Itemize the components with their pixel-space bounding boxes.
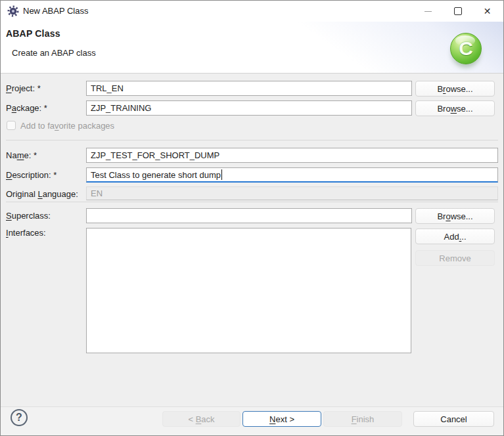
window-title: New ABAP Class [23,1,88,22]
description-input[interactable]: Test Class to generate short dump [86,167,498,183]
close-icon: ✕ [484,6,492,16]
original-language-input: EN [86,186,498,200]
interfaces-listbox[interactable] [86,228,411,353]
text-caret [221,169,222,180]
wizard-header: ABAP Class Create an ABAP class C [1,22,503,74]
minimize-button[interactable] [413,1,443,22]
back-button[interactable]: < Back [162,411,241,427]
next-button[interactable]: Next > [242,411,321,427]
help-button[interactable]: ? [11,409,28,426]
titlebar[interactable]: New ABAP Class ✕ [1,1,503,22]
new-abap-class-dialog: New ABAP Class ✕ ABAP Class Create an AB… [0,0,504,436]
project-browse-button[interactable]: Browse... [415,81,495,97]
description-label: Description: * [6,167,57,183]
original-language-label: Original Language: [6,186,78,202]
name-label: Name: * [6,148,37,163]
window-controls: ✕ [413,1,502,22]
favorite-packages-label: Add to favorite packages [6,118,114,133]
wizard-subtitle: Create an ABAP class [12,48,96,58]
abap-class-icon: C [450,33,482,64]
package-browse-button[interactable]: Browse... [415,100,495,116]
cancel-button[interactable]: Cancel [413,411,494,427]
interfaces-add-button[interactable]: Add... [415,229,495,244]
footer-bar: ? < Back Next > Finish Cancel [1,406,503,436]
separator [6,202,498,202]
help-icon: ? [16,412,22,423]
maximize-button[interactable] [443,1,472,22]
superclass-label: Superclass: [6,208,51,223]
finish-button[interactable]: Finish [323,411,402,427]
package-input[interactable] [86,100,412,116]
interfaces-remove-button[interactable]: Remove [415,250,495,266]
package-label: Package: * [6,100,47,116]
minimize-icon [424,11,432,12]
superclass-browse-button[interactable]: Browse... [415,208,495,224]
close-button[interactable]: ✕ [472,1,502,22]
project-input[interactable] [86,81,412,96]
new-wizard-gear-icon [7,5,19,17]
project-label: Project: * [6,81,41,96]
interfaces-label: Interfaces: [6,225,46,240]
name-input[interactable] [86,148,498,163]
separator [6,140,498,141]
wizard-title: ABAP Class [6,28,60,39]
superclass-input[interactable] [86,208,412,223]
maximize-icon [454,7,462,15]
